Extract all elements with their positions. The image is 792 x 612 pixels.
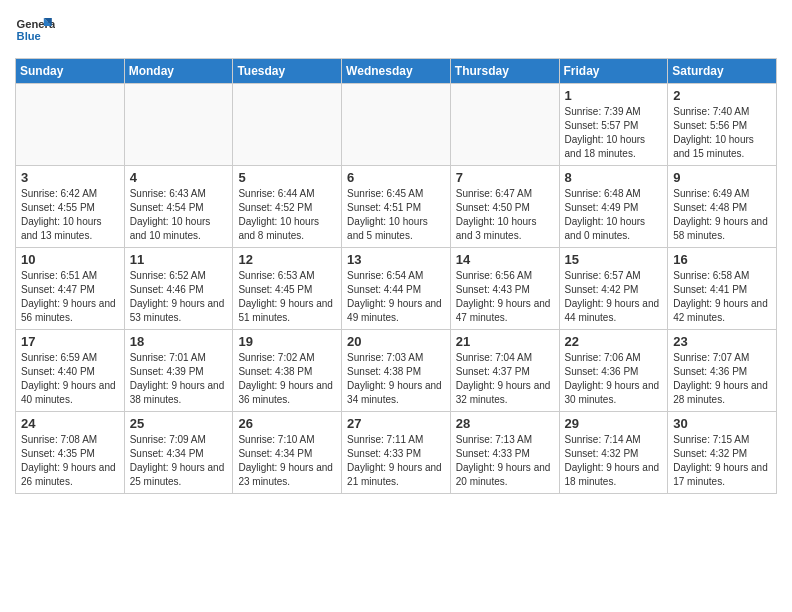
day-info: Sunrise: 6:59 AMSunset: 4:40 PMDaylight:… [21,351,119,407]
day-number: 9 [673,170,771,185]
day-info: Sunrise: 7:39 AMSunset: 5:57 PMDaylight:… [565,105,663,161]
day-info: Sunrise: 7:14 AMSunset: 4:32 PMDaylight:… [565,433,663,489]
week-row-3: 10Sunrise: 6:51 AMSunset: 4:47 PMDayligh… [16,248,777,330]
day-info: Sunrise: 6:43 AMSunset: 4:54 PMDaylight:… [130,187,228,243]
day-info: Sunrise: 6:48 AMSunset: 4:49 PMDaylight:… [565,187,663,243]
day-cell: 19Sunrise: 7:02 AMSunset: 4:38 PMDayligh… [233,330,342,412]
day-number: 4 [130,170,228,185]
day-info: Sunrise: 7:01 AMSunset: 4:39 PMDaylight:… [130,351,228,407]
day-info: Sunrise: 6:58 AMSunset: 4:41 PMDaylight:… [673,269,771,325]
day-cell: 8Sunrise: 6:48 AMSunset: 4:49 PMDaylight… [559,166,668,248]
page: General Blue SundayMondayTuesdayWednesda… [0,0,792,504]
day-number: 21 [456,334,554,349]
day-cell: 21Sunrise: 7:04 AMSunset: 4:37 PMDayligh… [450,330,559,412]
day-cell: 22Sunrise: 7:06 AMSunset: 4:36 PMDayligh… [559,330,668,412]
day-info: Sunrise: 6:51 AMSunset: 4:47 PMDaylight:… [21,269,119,325]
week-row-2: 3Sunrise: 6:42 AMSunset: 4:55 PMDaylight… [16,166,777,248]
day-info: Sunrise: 6:56 AMSunset: 4:43 PMDaylight:… [456,269,554,325]
day-number: 17 [21,334,119,349]
day-info: Sunrise: 6:47 AMSunset: 4:50 PMDaylight:… [456,187,554,243]
header-row: SundayMondayTuesdayWednesdayThursdayFrid… [16,59,777,84]
col-header-monday: Monday [124,59,233,84]
day-cell: 17Sunrise: 6:59 AMSunset: 4:40 PMDayligh… [16,330,125,412]
day-number: 7 [456,170,554,185]
col-header-thursday: Thursday [450,59,559,84]
day-number: 19 [238,334,336,349]
day-number: 1 [565,88,663,103]
day-info: Sunrise: 6:57 AMSunset: 4:42 PMDaylight:… [565,269,663,325]
day-number: 30 [673,416,771,431]
day-info: Sunrise: 7:10 AMSunset: 4:34 PMDaylight:… [238,433,336,489]
day-cell: 4Sunrise: 6:43 AMSunset: 4:54 PMDaylight… [124,166,233,248]
day-cell: 5Sunrise: 6:44 AMSunset: 4:52 PMDaylight… [233,166,342,248]
day-cell: 28Sunrise: 7:13 AMSunset: 4:33 PMDayligh… [450,412,559,494]
day-info: Sunrise: 7:13 AMSunset: 4:33 PMDaylight:… [456,433,554,489]
day-info: Sunrise: 6:53 AMSunset: 4:45 PMDaylight:… [238,269,336,325]
day-number: 25 [130,416,228,431]
day-info: Sunrise: 7:02 AMSunset: 4:38 PMDaylight:… [238,351,336,407]
day-number: 15 [565,252,663,267]
day-number: 24 [21,416,119,431]
day-number: 23 [673,334,771,349]
day-info: Sunrise: 7:07 AMSunset: 4:36 PMDaylight:… [673,351,771,407]
week-row-4: 17Sunrise: 6:59 AMSunset: 4:40 PMDayligh… [16,330,777,412]
day-cell: 20Sunrise: 7:03 AMSunset: 4:38 PMDayligh… [342,330,451,412]
logo: General Blue [15,10,59,50]
calendar-table: SundayMondayTuesdayWednesdayThursdayFrid… [15,58,777,494]
day-number: 22 [565,334,663,349]
day-cell [342,84,451,166]
day-cell: 13Sunrise: 6:54 AMSunset: 4:44 PMDayligh… [342,248,451,330]
day-info: Sunrise: 7:40 AMSunset: 5:56 PMDaylight:… [673,105,771,161]
day-cell: 26Sunrise: 7:10 AMSunset: 4:34 PMDayligh… [233,412,342,494]
day-cell: 16Sunrise: 6:58 AMSunset: 4:41 PMDayligh… [668,248,777,330]
day-cell: 30Sunrise: 7:15 AMSunset: 4:32 PMDayligh… [668,412,777,494]
day-cell: 2Sunrise: 7:40 AMSunset: 5:56 PMDaylight… [668,84,777,166]
logo-icon: General Blue [15,10,55,50]
day-info: Sunrise: 6:44 AMSunset: 4:52 PMDaylight:… [238,187,336,243]
day-info: Sunrise: 6:42 AMSunset: 4:55 PMDaylight:… [21,187,119,243]
day-cell: 7Sunrise: 6:47 AMSunset: 4:50 PMDaylight… [450,166,559,248]
day-info: Sunrise: 7:11 AMSunset: 4:33 PMDaylight:… [347,433,445,489]
svg-text:Blue: Blue [17,30,41,42]
day-cell: 3Sunrise: 6:42 AMSunset: 4:55 PMDaylight… [16,166,125,248]
week-row-1: 1Sunrise: 7:39 AMSunset: 5:57 PMDaylight… [16,84,777,166]
day-cell: 10Sunrise: 6:51 AMSunset: 4:47 PMDayligh… [16,248,125,330]
day-number: 18 [130,334,228,349]
day-number: 28 [456,416,554,431]
day-info: Sunrise: 6:52 AMSunset: 4:46 PMDaylight:… [130,269,228,325]
day-info: Sunrise: 7:04 AMSunset: 4:37 PMDaylight:… [456,351,554,407]
day-number: 13 [347,252,445,267]
day-cell: 14Sunrise: 6:56 AMSunset: 4:43 PMDayligh… [450,248,559,330]
day-number: 12 [238,252,336,267]
day-cell [450,84,559,166]
day-cell: 15Sunrise: 6:57 AMSunset: 4:42 PMDayligh… [559,248,668,330]
day-cell: 11Sunrise: 6:52 AMSunset: 4:46 PMDayligh… [124,248,233,330]
day-info: Sunrise: 6:45 AMSunset: 4:51 PMDaylight:… [347,187,445,243]
day-number: 27 [347,416,445,431]
day-number: 26 [238,416,336,431]
col-header-sunday: Sunday [16,59,125,84]
day-number: 11 [130,252,228,267]
day-cell: 12Sunrise: 6:53 AMSunset: 4:45 PMDayligh… [233,248,342,330]
day-info: Sunrise: 7:09 AMSunset: 4:34 PMDaylight:… [130,433,228,489]
day-cell [124,84,233,166]
col-header-tuesday: Tuesday [233,59,342,84]
week-row-5: 24Sunrise: 7:08 AMSunset: 4:35 PMDayligh… [16,412,777,494]
day-cell [233,84,342,166]
day-cell: 1Sunrise: 7:39 AMSunset: 5:57 PMDaylight… [559,84,668,166]
day-cell: 24Sunrise: 7:08 AMSunset: 4:35 PMDayligh… [16,412,125,494]
day-number: 10 [21,252,119,267]
day-cell: 9Sunrise: 6:49 AMSunset: 4:48 PMDaylight… [668,166,777,248]
day-number: 8 [565,170,663,185]
day-number: 2 [673,88,771,103]
day-number: 6 [347,170,445,185]
day-number: 16 [673,252,771,267]
col-header-saturday: Saturday [668,59,777,84]
day-cell: 29Sunrise: 7:14 AMSunset: 4:32 PMDayligh… [559,412,668,494]
day-info: Sunrise: 7:08 AMSunset: 4:35 PMDaylight:… [21,433,119,489]
day-info: Sunrise: 6:49 AMSunset: 4:48 PMDaylight:… [673,187,771,243]
col-header-wednesday: Wednesday [342,59,451,84]
day-info: Sunrise: 7:15 AMSunset: 4:32 PMDaylight:… [673,433,771,489]
day-number: 29 [565,416,663,431]
day-number: 14 [456,252,554,267]
